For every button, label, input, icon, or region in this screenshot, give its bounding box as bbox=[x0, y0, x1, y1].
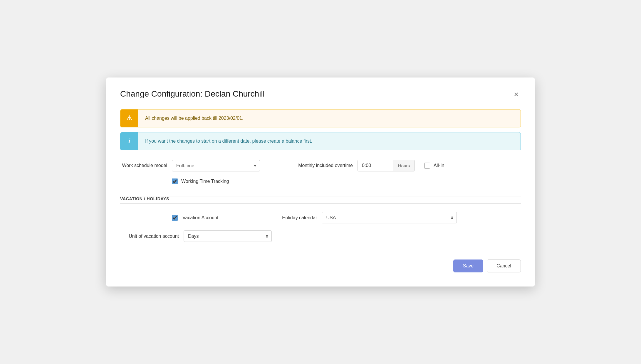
info-alert: i If you want the changes to start on a … bbox=[120, 132, 521, 150]
work-schedule-label: Work schedule model bbox=[120, 163, 167, 168]
work-schedule-select-wrapper: Full-time Part-time Flexible ▼ bbox=[172, 160, 260, 171]
all-in-field: All-In bbox=[424, 163, 444, 168]
section-divider bbox=[120, 203, 521, 204]
holiday-calendar-select-wrapper: USA Canada UK Germany France ⬍ bbox=[322, 212, 457, 223]
work-schedule-row: Work schedule model Full-time Part-time … bbox=[120, 160, 521, 171]
save-button[interactable]: Save bbox=[453, 259, 483, 272]
unit-vacation-field: Unit of vacation account Days Hours ⬍ bbox=[120, 230, 272, 242]
working-time-tracking-label[interactable]: Working Time Tracking bbox=[181, 179, 229, 184]
holiday-calendar-field: Holiday calendar USA Canada UK Germany F… bbox=[252, 212, 457, 223]
warning-alert: ⚠ All changes will be applied back till … bbox=[120, 109, 521, 127]
hours-unit-label: Hours bbox=[393, 160, 415, 171]
overtime-input-group: Hours bbox=[358, 160, 415, 171]
vacation-account-label[interactable]: Vacation Account bbox=[182, 215, 218, 220]
holiday-calendar-label: Holiday calendar bbox=[252, 215, 317, 220]
info-icon: i bbox=[120, 132, 138, 150]
working-time-tracking-checkbox[interactable] bbox=[172, 178, 178, 184]
unit-vacation-row: Unit of vacation account Days Hours ⬍ bbox=[120, 230, 521, 242]
cancel-button[interactable]: Cancel bbox=[487, 259, 521, 272]
all-in-checkbox[interactable] bbox=[424, 163, 430, 168]
holiday-calendar-select[interactable]: USA Canada UK Germany France bbox=[322, 212, 457, 223]
dialog-title: Change Configuration: Declan Churchill bbox=[120, 89, 265, 99]
form-section: Work schedule model Full-time Part-time … bbox=[120, 160, 521, 242]
vacation-account-checkbox[interactable] bbox=[172, 215, 178, 221]
monthly-overtime-field: Monthly included overtime Hours All-In bbox=[288, 160, 444, 171]
unit-vacation-select[interactable]: Days Hours bbox=[184, 230, 272, 242]
vacation-section-heading: VACATION / HOLIDAYS bbox=[120, 196, 521, 201]
all-in-label[interactable]: All-In bbox=[434, 163, 444, 168]
warning-text: All changes will be applied back till 20… bbox=[138, 109, 250, 127]
overtime-input[interactable] bbox=[358, 160, 393, 171]
monthly-overtime-label: Monthly included overtime bbox=[288, 163, 353, 168]
footer-actions: Save Cancel bbox=[120, 259, 521, 272]
change-configuration-dialog: Change Configuration: Declan Churchill ×… bbox=[106, 77, 535, 287]
dialog-header: Change Configuration: Declan Churchill × bbox=[120, 89, 521, 100]
work-schedule-field: Work schedule model Full-time Part-time … bbox=[120, 160, 260, 171]
close-button[interactable]: × bbox=[511, 89, 521, 100]
vacation-section: VACATION / HOLIDAYS bbox=[120, 196, 521, 204]
work-schedule-select[interactable]: Full-time Part-time Flexible bbox=[172, 160, 260, 171]
info-text: If you want the changes to start on a di… bbox=[138, 132, 319, 150]
unit-vacation-select-wrapper: Days Hours ⬍ bbox=[184, 230, 272, 242]
unit-vacation-label: Unit of vacation account bbox=[120, 234, 179, 239]
vacation-row: Vacation Account Holiday calendar USA Ca… bbox=[120, 212, 521, 223]
warning-icon: ⚠ bbox=[120, 109, 138, 127]
vacation-account-field: Vacation Account bbox=[172, 215, 218, 221]
working-time-tracking-row: Working Time Tracking bbox=[172, 178, 521, 184]
